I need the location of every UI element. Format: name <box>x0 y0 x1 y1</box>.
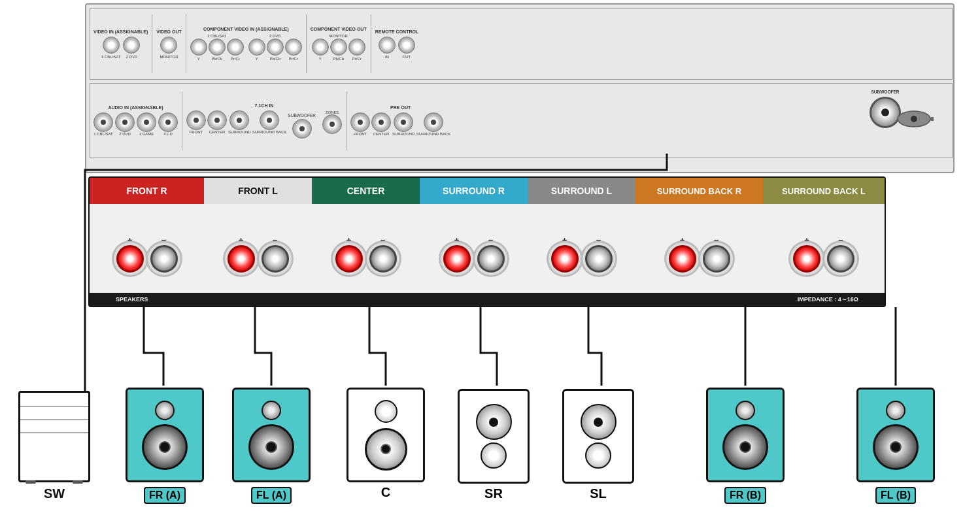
rca-monitor-out <box>160 37 177 54</box>
rca-terminal-red-c <box>335 245 363 273</box>
divider-2 <box>186 14 186 73</box>
comp-in-dvd-label: 2 DVD <box>269 34 281 38</box>
port-rc-in: IN <box>379 37 396 59</box>
speaker-channel-labels: FRONT R FRONT L CENTER SURROUND R SURROU… <box>90 178 885 204</box>
rca-terminal-red-sbr <box>669 245 696 273</box>
speaker-label-fra: FR (A) <box>144 487 186 504</box>
tweeter-fla <box>262 401 281 420</box>
label-71-front: FRONT <box>190 130 203 134</box>
rca-cblsat1 <box>103 37 120 54</box>
comp-out-pr: Pr/Cr <box>348 39 365 61</box>
woofer-fra <box>142 424 188 470</box>
component-in-group: COMPONENT VIDEO IN (ASSIGNABLE) 1 CBL/SA… <box>190 27 302 61</box>
video-in-label: VIDEO IN (ASSIGNABLE) <box>93 29 148 34</box>
label-surround-back-r: SURROUND BACK R <box>635 178 763 204</box>
rca-rc-in <box>379 37 396 54</box>
rca-terminal-blk-fr <box>150 245 178 273</box>
comp-out-y: Y <box>312 39 329 61</box>
woofer-sl <box>581 404 617 440</box>
woofer-frb <box>722 424 768 470</box>
rca-terminal-red-fr <box>116 245 144 273</box>
pre-out-label: PRE OUT <box>390 105 411 110</box>
component-out-group: COMPONENT VIDEO OUT MONITOR Y Pb/Cb <box>311 27 367 61</box>
comp-in-y1: Y <box>190 39 207 61</box>
7ch-in-label: 7.1CH IN <box>255 103 274 108</box>
speaker-fra: FR (A) <box>126 388 204 482</box>
component-in-label: COMPONENT VIDEO IN (ASSIGNABLE) <box>203 27 289 31</box>
rca-pb2 <box>267 39 284 56</box>
sign-plus-sbl: + <box>804 235 809 245</box>
speaker-strip-bottom: SPEAKERS IMPEDANCE : 4～16Ω <box>90 293 885 306</box>
remote-control-label: REMOTE CONTROL <box>375 29 419 34</box>
speaker-label-frb: FR (B) <box>724 487 766 504</box>
rca-pr1 <box>227 39 244 56</box>
sw-foot-l <box>25 480 36 484</box>
sw-shelf-3 <box>20 432 88 433</box>
sign-minus-fl: − <box>273 235 278 245</box>
divider-1 <box>152 14 152 73</box>
audio-in-group: AUDIO IN (ASSIGNABLE) 1 CBL/SAT 2 DVD 3 … <box>93 105 178 136</box>
woofer-c <box>365 428 407 471</box>
speaker-label-fla: FL (A) <box>251 487 292 504</box>
label-out-pr: Pr/Cr <box>352 57 362 61</box>
comp-in-cblsat-label: 1 CBL/SAT <box>207 34 227 38</box>
sign-plus-fr: + <box>127 235 133 245</box>
panel-audio-mid: AUDIO IN (ASSIGNABLE) 1 CBL/SAT 2 DVD 3 … <box>90 83 953 158</box>
rca-terminal-blk-fl <box>262 245 289 273</box>
rca-audio-dvd <box>115 112 135 132</box>
video-in-group: VIDEO IN (ASSIGNABLE) 1 CBL/SAT 2 DVD <box>93 29 148 59</box>
label-surround-back-l: SURROUND BACK L <box>763 178 885 204</box>
component-out-label: COMPONENT VIDEO OUT <box>311 27 367 31</box>
comp-in-pb1: Pb/Cb <box>209 39 226 61</box>
subwoofer-label: SUBWOOFER <box>871 90 900 94</box>
speaker-sl: SL <box>562 389 634 484</box>
sign-minus-c: − <box>380 235 386 245</box>
comp-out-pb: Pb/Cb <box>330 39 347 61</box>
label-pr1: Pr/Cr <box>231 57 240 61</box>
label-a-cd: 4 CD <box>163 132 173 136</box>
speaker-terminals-strip: FRONT R FRONT L CENTER SURROUND R SURROU… <box>88 176 886 307</box>
woofer-flb <box>873 424 919 470</box>
woofer-center-c <box>380 444 391 454</box>
terminal-sbl-neg: − <box>827 235 854 273</box>
terminals-surround-r: + − <box>420 225 528 273</box>
label-monitor-out: MONITOR <box>160 55 178 59</box>
label-pb2: Pb/Cb <box>269 57 280 61</box>
rca-terminal-blk-sr <box>477 245 505 273</box>
comp-in-pb2: Pb/Cb <box>267 39 284 61</box>
sign-minus-sl: − <box>596 235 601 245</box>
rca-audio-cd <box>158 112 178 132</box>
speaker-c: C <box>346 388 425 482</box>
tweeter-sr <box>481 442 507 469</box>
woofer-sr <box>476 404 512 440</box>
tweeter-frb <box>735 401 755 420</box>
rca-audio-cblsat <box>93 112 113 132</box>
wire-c <box>369 307 386 386</box>
terminal-sbl-pos: + <box>793 235 820 273</box>
tweeter-c <box>375 400 397 423</box>
rca-pre-sback <box>424 112 443 132</box>
rca-out-pb <box>330 39 347 56</box>
speaker-flb: FL (B) <box>856 388 935 482</box>
sign-minus-fr: − <box>161 235 167 245</box>
terminal-sbr-pos: + <box>669 235 696 273</box>
rca-pre-surround <box>394 112 413 132</box>
svg-point-1 <box>911 116 917 122</box>
diagram-container: VIDEO IN (ASSIGNABLE) 1 CBL/SAT 2 DVD VI… <box>0 0 980 532</box>
speaker-label-flb: FL (B) <box>875 487 916 504</box>
receiver-panel: VIDEO IN (ASSIGNABLE) 1 CBL/SAT 2 DVD VI… <box>85 3 955 173</box>
label-y2: Y <box>256 57 258 61</box>
sign-plus-sl: + <box>562 235 567 245</box>
label-a-game: 3 GAME <box>139 132 154 136</box>
rca-pre-front <box>350 112 370 132</box>
terminal-front-l-neg: − <box>262 235 289 273</box>
port-monitor-out: MONITOR <box>160 37 178 59</box>
rca-rc-out <box>398 37 415 54</box>
rca-terminal-blk-sl <box>585 245 613 273</box>
remote-control-group: REMOTE CONTROL IN OUT <box>375 29 419 59</box>
tweeter-sl <box>585 442 611 469</box>
label-pre-sback: SURROUND BACK <box>416 132 451 136</box>
label-pr2: Pr/Cr <box>289 57 298 61</box>
svg-rect-2 <box>930 117 934 121</box>
woofer-center-sl <box>594 418 603 427</box>
